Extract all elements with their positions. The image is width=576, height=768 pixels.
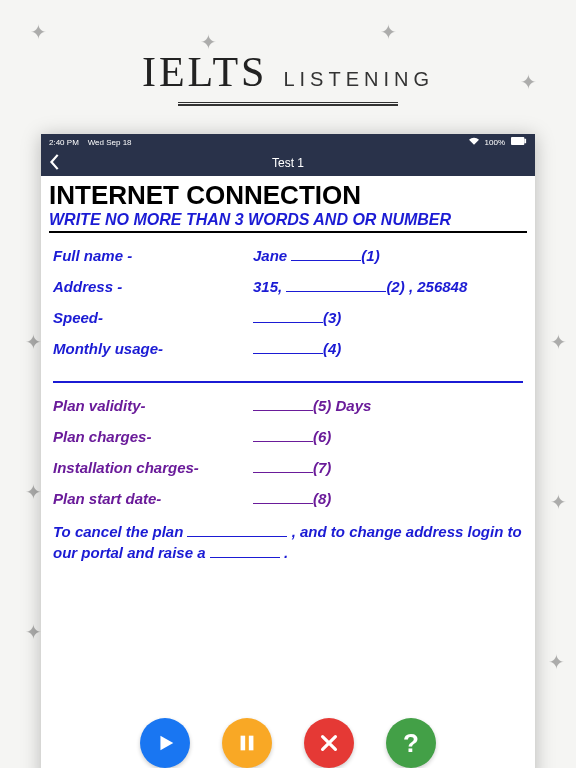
- wifi-icon: [469, 137, 479, 147]
- back-button[interactable]: [49, 154, 61, 173]
- test-content: INTERNET CONNECTION WRITE NO MORE THAN 3…: [41, 176, 535, 706]
- answer-blank[interactable]: [291, 248, 361, 262]
- field-value: (7): [253, 459, 523, 476]
- answer-blank[interactable]: [253, 429, 313, 443]
- field-value: 315, (2) , 256848: [253, 278, 523, 295]
- answer-blank[interactable]: [253, 341, 323, 355]
- sparkle-icon: ✦: [25, 620, 42, 644]
- field-label: Address -: [53, 278, 253, 295]
- blank-number: (2): [386, 278, 404, 295]
- nav-bar: Test 1: [41, 150, 535, 176]
- field-value: (5) Days: [253, 397, 523, 414]
- page-header: IELTS LISTENING: [0, 0, 576, 124]
- field-label: Speed-: [53, 309, 253, 326]
- form-row: Plan start date-(8): [53, 490, 523, 507]
- blank-number: (4): [323, 340, 341, 357]
- svg-rect-3: [249, 736, 254, 751]
- svg-rect-1: [524, 139, 526, 143]
- sparkle-icon: ✦: [25, 330, 42, 354]
- cancel-paragraph: To cancel the plan , and to change addre…: [53, 521, 523, 563]
- blank-number: (8): [313, 490, 331, 507]
- value-suffix: Days: [331, 397, 371, 414]
- svg-rect-0: [511, 137, 524, 145]
- field-value: Jane (1): [253, 247, 523, 264]
- blank-cancel[interactable]: [187, 524, 287, 538]
- status-bar: 2:40 PM Wed Sep 18 100%: [41, 134, 535, 150]
- sparkle-icon: ✦: [25, 480, 42, 504]
- form-row: Full name -Jane (1): [53, 247, 523, 264]
- para-text-3: .: [280, 544, 288, 561]
- play-button[interactable]: [140, 718, 190, 768]
- field-value: (4): [253, 340, 523, 357]
- document-title: INTERNET CONNECTION: [49, 180, 527, 211]
- blank-number: (6): [313, 428, 331, 445]
- help-icon: ?: [403, 728, 419, 759]
- field-label: Installation charges-: [53, 459, 253, 476]
- header-ielts: IELTS: [142, 48, 267, 96]
- field-label: Plan start date-: [53, 490, 253, 507]
- form-row: Monthly usage-(4): [53, 340, 523, 357]
- field-value: (3): [253, 309, 523, 326]
- para-text-1: To cancel the plan: [53, 523, 187, 540]
- status-battery: 100%: [485, 138, 505, 147]
- value-prefix: 315,: [253, 278, 286, 295]
- form-row: Address -315, (2) , 256848: [53, 278, 523, 295]
- field-label: Plan charges-: [53, 428, 253, 445]
- status-time: 2:40 PM: [49, 138, 79, 147]
- field-label: Plan validity-: [53, 397, 253, 414]
- blank-raise[interactable]: [210, 545, 280, 559]
- field-value: (8): [253, 490, 523, 507]
- sparkle-icon: ✦: [550, 490, 567, 514]
- answer-blank[interactable]: [253, 310, 323, 324]
- answer-blank[interactable]: [286, 279, 386, 293]
- status-date: Wed Sep 18: [88, 138, 132, 147]
- blank-number: (7): [313, 459, 331, 476]
- close-button[interactable]: [304, 718, 354, 768]
- document-instruction: WRITE NO MORE THAN 3 WORDS AND OR NUMBER: [49, 211, 527, 229]
- blank-number: (1): [361, 247, 379, 264]
- section-divider: [53, 381, 523, 383]
- answer-blank[interactable]: [253, 460, 313, 474]
- value-prefix: Jane: [253, 247, 291, 264]
- answer-blank[interactable]: [253, 491, 313, 505]
- pause-button[interactable]: [222, 718, 272, 768]
- answer-blank[interactable]: [253, 398, 313, 412]
- svg-rect-2: [241, 736, 246, 751]
- form-row: Plan charges-(6): [53, 428, 523, 445]
- blank-number: (5): [313, 397, 331, 414]
- form-row: Plan validity-(5) Days: [53, 397, 523, 414]
- battery-icon: [511, 137, 527, 147]
- value-suffix: , 256848: [405, 278, 468, 295]
- sparkle-icon: ✦: [548, 650, 565, 674]
- field-value: (6): [253, 428, 523, 445]
- device-frame: 2:40 PM Wed Sep 18 100% Test 1 INTERNET …: [41, 134, 535, 768]
- nav-title: Test 1: [272, 156, 304, 170]
- header-listening: LISTENING: [283, 68, 434, 91]
- form-row: Speed-(3): [53, 309, 523, 326]
- form-row: Installation charges-(7): [53, 459, 523, 476]
- help-button[interactable]: ?: [386, 718, 436, 768]
- field-label: Full name -: [53, 247, 253, 264]
- field-label: Monthly usage-: [53, 340, 253, 357]
- title-divider: [49, 231, 527, 233]
- sparkle-icon: ✦: [550, 330, 567, 354]
- blank-number: (3): [323, 309, 341, 326]
- player-controls: ?: [41, 706, 535, 768]
- header-underline: [178, 102, 398, 106]
